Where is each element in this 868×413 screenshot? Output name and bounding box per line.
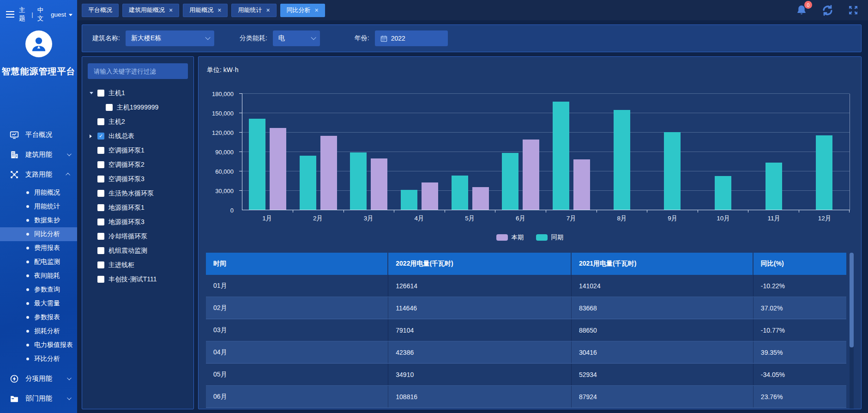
sidebar-item-最大需量[interactable]: 最大需量 (0, 297, 77, 310)
tree-item[interactable]: 主机2 (88, 115, 188, 129)
sidebar-item-同比分析[interactable]: 同比分析 (0, 227, 77, 241)
bar-同期-4月[interactable] (401, 190, 417, 210)
checkbox[interactable] (97, 276, 104, 283)
tree-expand-icon[interactable] (90, 134, 97, 138)
checkbox[interactable] (97, 176, 104, 182)
checkbox[interactable] (97, 90, 104, 97)
table-scrollbar-thumb[interactable] (850, 253, 854, 347)
checkbox[interactable] (97, 261, 104, 268)
notification-bell-icon[interactable]: 0 (796, 4, 808, 16)
tab-平台概况[interactable]: 平台概况 (82, 4, 119, 17)
legend-item-本期[interactable]: 本期 (496, 233, 524, 242)
bar-本期-5月[interactable] (472, 187, 489, 210)
table-scrollbar[interactable] (850, 253, 854, 409)
sidebar-item-平台概况[interactable]: 平台概况 (0, 125, 77, 145)
tree-item[interactable]: 冷却塔循环泵 (88, 229, 188, 243)
sidebar-item-部门用能[interactable]: 部门用能 (0, 389, 77, 408)
sidebar-item-分项用能[interactable]: 分项用能 (0, 369, 77, 389)
sidebar-item-数据集抄[interactable]: 数据集抄 (0, 213, 77, 227)
language-switch[interactable]: 中文 (37, 6, 46, 23)
checkbox[interactable]: ✓ (97, 133, 104, 140)
sidebar-item-建筑用能[interactable]: 建筑用能 (0, 145, 77, 164)
bar-同期-12月[interactable] (816, 135, 832, 210)
bar-同期-7月[interactable] (553, 102, 569, 210)
tree-expand-icon[interactable] (90, 92, 97, 94)
tree-item[interactable]: 生活热水循环泵 (88, 186, 188, 200)
tree-item[interactable]: 主进线柜 (88, 258, 188, 272)
sidebar-item-配电监测[interactable]: 配电监测 (0, 255, 77, 269)
sidebar-item-用能统计[interactable]: 用能统计 (0, 200, 77, 213)
tree-item[interactable]: ✓出线总表 (88, 129, 188, 143)
tab-用能概况[interactable]: 用能概况× (183, 4, 228, 17)
bar-本期-4月[interactable] (422, 182, 438, 210)
sidebar-item-损耗分析[interactable]: 损耗分析 (0, 324, 77, 338)
energy-type-select[interactable]: 电 (273, 30, 320, 46)
tree-item[interactable]: 主机1 (88, 86, 188, 100)
y-axis-tick-label: 60,000 (215, 168, 234, 175)
sidebar-item-环比分析[interactable]: 环比分析 (0, 352, 77, 366)
checkbox[interactable] (97, 233, 104, 240)
sidebar-item-支路用能[interactable]: 支路用能 (0, 164, 77, 184)
tab-用能统计[interactable]: 用能统计× (231, 4, 276, 17)
checkbox[interactable] (106, 104, 113, 111)
bar-本期-2月[interactable] (320, 136, 337, 210)
bar-本期-3月[interactable] (371, 158, 387, 210)
tree-item[interactable]: 主机19999999 (88, 100, 188, 115)
bar-同期-1月[interactable] (249, 119, 265, 210)
refresh-icon[interactable] (821, 4, 834, 17)
close-icon[interactable]: × (169, 7, 173, 13)
sidebar-item-区域用能[interactable]: 区域用能 (0, 408, 77, 413)
bar-同期-8月[interactable] (614, 110, 630, 210)
checkbox[interactable] (97, 204, 104, 211)
bullet-icon (26, 330, 29, 333)
checkbox[interactable] (97, 161, 104, 168)
tree-item[interactable]: 空调循环泵2 (88, 158, 188, 172)
bar-本期-7月[interactable] (573, 159, 590, 210)
checkbox[interactable] (97, 118, 104, 125)
checkbox[interactable] (97, 190, 104, 197)
tree-item[interactable]: 丰创技-测试T111 (88, 272, 188, 286)
hamburger-menu-icon[interactable] (6, 11, 15, 18)
bar-同期-9月[interactable] (664, 132, 681, 210)
close-icon[interactable]: × (315, 7, 319, 13)
tab-同比分析[interactable]: 同比分析× (280, 4, 325, 17)
close-icon[interactable]: × (217, 7, 221, 13)
checkbox[interactable] (97, 247, 104, 254)
bar-同期-11月[interactable] (766, 163, 782, 210)
tree-item[interactable]: 地源循环泵1 (88, 200, 188, 215)
tree-item[interactable]: 机组震动监测 (88, 243, 188, 258)
close-icon[interactable]: × (266, 7, 270, 13)
bar-本期-1月[interactable] (270, 128, 286, 210)
avatar[interactable] (25, 30, 52, 57)
sidebar-item-费用报表[interactable]: 费用报表 (0, 241, 77, 255)
tab-建筑用能概况[interactable]: 建筑用能概况× (122, 4, 179, 17)
bullet-icon (26, 344, 29, 346)
building-select[interactable]: 新大楼E栋 (126, 30, 214, 46)
fullscreen-icon[interactable] (848, 5, 859, 16)
building-icon (10, 150, 19, 159)
bar-同期-10月[interactable] (715, 176, 731, 210)
sidebar-item-用能概况[interactable]: 用能概况 (0, 186, 77, 200)
sidebar-item-电力极值报表[interactable]: 电力极值报表 (0, 338, 77, 352)
sidebar-item-参数查询[interactable]: 参数查询 (0, 283, 77, 297)
year-picker[interactable]: 2022 (375, 30, 448, 46)
energy-filter-label: 分类能耗: (240, 34, 267, 43)
tree-item[interactable]: 空调循环泵1 (88, 143, 188, 158)
x-axis-tick-label: 5月 (445, 214, 495, 223)
tree-item[interactable]: 空调循环泵3 (88, 172, 188, 186)
bar-同期-5月[interactable] (452, 176, 468, 210)
theme-switch[interactable]: 主题 (19, 6, 27, 23)
legend-item-同期[interactable]: 同期 (536, 233, 564, 242)
person-icon (30, 35, 48, 53)
checkbox[interactable] (97, 147, 104, 154)
user-menu[interactable]: guest (51, 11, 72, 18)
sidebar-item-参数报表[interactable]: 参数报表 (0, 310, 77, 324)
sidebar-item-夜间能耗[interactable]: 夜间能耗 (0, 269, 77, 283)
tree-item[interactable]: 地源循环泵3 (88, 215, 188, 229)
bar-同期-3月[interactable] (350, 152, 367, 210)
checkbox[interactable] (97, 219, 104, 225)
tree-search-input[interactable] (88, 63, 188, 79)
bar-同期-2月[interactable] (300, 156, 316, 210)
bar-同期-6月[interactable] (502, 153, 518, 210)
bar-本期-6月[interactable] (523, 140, 539, 210)
